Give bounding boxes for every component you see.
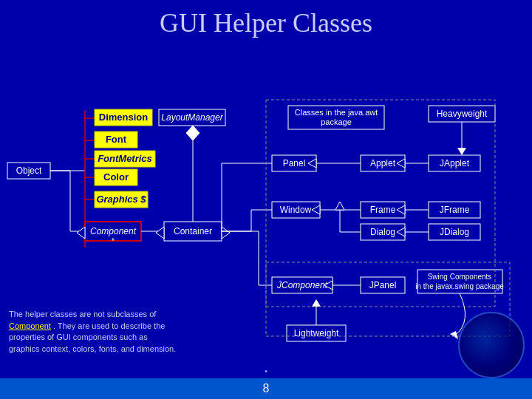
frame-label: Frame bbox=[370, 205, 396, 215]
graphics-label: Graphics $ bbox=[96, 194, 146, 205]
swing-package-label: Swing Components bbox=[428, 273, 492, 281]
component-link: Component bbox=[9, 321, 51, 330]
bottom-dot: • bbox=[265, 367, 267, 375]
awt-package-label: Classes in the java.awt bbox=[295, 108, 378, 117]
applet-label: Applet bbox=[370, 158, 396, 168]
layoutmanager-label: LayoutManager bbox=[161, 112, 223, 123]
dimension-label: Dimension bbox=[99, 112, 149, 123]
object-label: Object bbox=[16, 166, 42, 176]
window-label: Window bbox=[280, 205, 312, 215]
svg-marker-20 bbox=[156, 227, 164, 239]
dialog-label: Dialog bbox=[370, 227, 395, 237]
fontmetrics-label: FontMetrics bbox=[98, 153, 152, 164]
jframe-label: JFrame bbox=[440, 205, 470, 215]
heavyweight-label: Heavyweight bbox=[437, 109, 488, 119]
svg-marker-68 bbox=[450, 331, 458, 339]
svg-marker-44 bbox=[222, 227, 230, 239]
svg-marker-67 bbox=[312, 299, 321, 307]
color-label: Color bbox=[103, 171, 129, 183]
note-text: The helper classes are not subclasses of… bbox=[9, 309, 179, 355]
svg-marker-28 bbox=[457, 148, 466, 155]
jdialog-label: JDialog bbox=[440, 227, 469, 237]
font-label: Font bbox=[106, 134, 127, 145]
bottom-bar: 8 bbox=[0, 378, 532, 399]
lightweight-label: Lightweight bbox=[294, 328, 339, 338]
component-label: Component bbox=[90, 226, 137, 236]
slide-title: GUI Helper Classes bbox=[0, 0, 532, 43]
svg-marker-58 bbox=[335, 202, 344, 210]
awt-package-label2: package bbox=[321, 117, 352, 126]
swing-package-label2: in the javax.swing package bbox=[415, 282, 504, 290]
container-label: Container bbox=[174, 226, 212, 236]
japplet-label: JApplet bbox=[440, 158, 470, 168]
component-star: * bbox=[112, 236, 115, 245]
jpanel-label: JPanel bbox=[369, 280, 397, 290]
jcomponent-label: JComponent bbox=[276, 280, 328, 290]
globe-decoration bbox=[458, 312, 525, 378]
note-content: The helper classes are not subclasses of bbox=[9, 310, 156, 318]
panel-label: Panel bbox=[283, 158, 306, 168]
page-number: 8 bbox=[263, 382, 270, 395]
svg-marker-18 bbox=[77, 227, 85, 239]
